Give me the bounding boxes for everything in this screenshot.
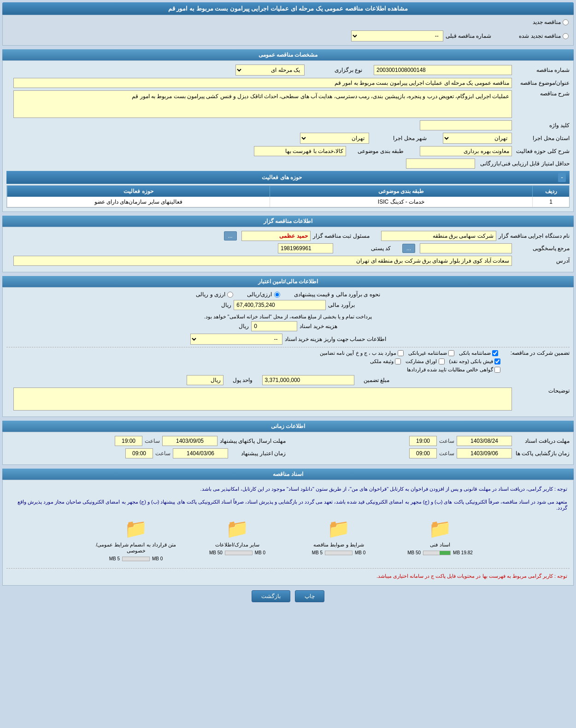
renew-tender-label: مناقصه تجدید شده bbox=[519, 33, 561, 39]
amount-input[interactable] bbox=[262, 375, 354, 385]
purchase-fee-input[interactable] bbox=[251, 321, 297, 331]
subject-input[interactable]: مناقصه عمومی یک مرحله ای عملیات اجرایی پ… bbox=[13, 78, 512, 88]
non-bank-guarantee-check[interactable] bbox=[448, 350, 454, 356]
bank-guarantee-check[interactable] bbox=[492, 350, 498, 356]
send-time-unit: ساعت bbox=[145, 438, 160, 444]
receive-deadline-date[interactable] bbox=[457, 436, 512, 446]
validity-date[interactable] bbox=[173, 448, 228, 458]
col-row: ردیف bbox=[532, 186, 569, 197]
file-progress-3: 0 MB 50 MB bbox=[209, 550, 265, 555]
tender-number-input[interactable]: 2003001008000148 bbox=[374, 65, 512, 75]
min-score-label: حداقل امتیاز قابل ارزیابی فنی/بازرگانی bbox=[477, 160, 570, 167]
postal-label: کد پستی bbox=[335, 245, 391, 252]
renew-tender-option[interactable]: مناقصه تجدید شده bbox=[519, 33, 569, 39]
activity-area-input[interactable] bbox=[420, 146, 512, 156]
row-area: فعالیتهای سایر سازمان‌های دارای عضو bbox=[7, 197, 270, 207]
response-input[interactable] bbox=[420, 243, 512, 253]
city-select[interactable]: تهران bbox=[300, 133, 369, 144]
send-deadline-date[interactable] bbox=[162, 436, 217, 446]
keyword-input[interactable] bbox=[420, 120, 512, 130]
file-icon-1: 📁 bbox=[429, 518, 452, 540]
financial-type-label: نحوه ی برآورد مالی و قیمت پیشنهادی bbox=[294, 291, 380, 298]
back-button[interactable]: بازگشت bbox=[252, 590, 290, 602]
response-label: مرجع پاسخگویی bbox=[514, 245, 570, 252]
response-select-btn[interactable]: ... bbox=[402, 244, 415, 253]
estimate-input[interactable] bbox=[234, 300, 326, 310]
province-select[interactable]: تهران bbox=[443, 133, 512, 144]
type-rial2-option[interactable]: ارزی و ریالی bbox=[196, 291, 233, 298]
page-title: مشاهده اطلاعات مناقصه عمومی یک مرحله ای … bbox=[2, 2, 574, 15]
print-button[interactable]: چاپ bbox=[295, 590, 324, 602]
shares-check[interactable] bbox=[439, 358, 445, 364]
send-deadline-label: مهلت ارسال پاکتهای پیشنهاد bbox=[220, 438, 286, 444]
new-tender-radio[interactable] bbox=[563, 19, 569, 25]
general-section-title: مشخصات مناقصه عمومی bbox=[2, 49, 574, 60]
certified-claims-option[interactable]: گواهی خالص مطالبات تایید شده قراردادها bbox=[407, 367, 500, 373]
renew-tender-radio[interactable] bbox=[563, 33, 569, 39]
doc-notice3: توجه : کاربر گرامی مربوط به فهرست بها در… bbox=[6, 571, 570, 581]
bank-info-select[interactable]: -- bbox=[190, 334, 282, 345]
tender-number-label: شماره مناقصه bbox=[514, 67, 570, 73]
postal-input[interactable] bbox=[278, 243, 333, 253]
unit-input[interactable] bbox=[187, 375, 223, 385]
open-time-unit: ساعت bbox=[439, 450, 454, 457]
bank-check-option[interactable]: فیش بانکی (وجه نقد) bbox=[449, 358, 501, 364]
letter-guarantee-check[interactable] bbox=[398, 350, 404, 356]
file-item-4[interactable]: 📁 متن قرارداد به انضمام شرایط عمومی/خصوص… bbox=[90, 518, 182, 561]
type-rial-radio[interactable] bbox=[274, 292, 280, 298]
purchase-fee-unit: ریال bbox=[239, 323, 249, 329]
official-label: مسئول ثبت مناقصه گزار bbox=[313, 233, 370, 239]
file-item-1[interactable]: 📁 اسناد فنی 19.82 MB 50 MB bbox=[394, 518, 486, 561]
new-tender-option[interactable]: مناقصه جدید bbox=[533, 19, 569, 25]
send-deadline-time[interactable] bbox=[115, 436, 142, 446]
file-name-2: شرایط و ضوابط مناقصه bbox=[313, 542, 364, 548]
financial-note: پرداخت تمام و یا بخشی از مبلغ مناقصه، از… bbox=[6, 312, 570, 321]
file-name-3: سایر مدارک/اطلاعات bbox=[215, 542, 259, 548]
button-row: چاپ بازگشت bbox=[2, 586, 574, 607]
description-textarea2[interactable] bbox=[13, 387, 512, 411]
type-select[interactable]: یک مرحله ای bbox=[235, 65, 305, 76]
national-property-check[interactable] bbox=[395, 358, 401, 364]
file-item-2[interactable]: 📁 شرایط و ضوابط مناقصه 0 MB 5 MB bbox=[293, 518, 385, 561]
file-icon-2: 📁 bbox=[327, 518, 350, 540]
prev-tender-select[interactable]: -- bbox=[351, 30, 443, 41]
type-rial-option[interactable]: ارزی/ریالی bbox=[247, 291, 280, 298]
description-textarea[interactable]: عملیات اجرایی ابزوگام، تعویض درب و پنجره… bbox=[13, 90, 512, 118]
keyword-label: کلید واژه bbox=[514, 122, 570, 129]
bank-guarantee-option[interactable]: ضمانتنامه بانکی bbox=[459, 350, 498, 356]
doc-notice2: متعهد می شود در اسناد مناقصه، صرفاً الکت… bbox=[6, 497, 570, 513]
non-bank-guarantee-option[interactable]: ضمانتنامه غیربانکی bbox=[408, 350, 454, 356]
open-date-date[interactable] bbox=[457, 448, 512, 458]
bank-check-check[interactable] bbox=[494, 358, 500, 364]
receive-deadline-time[interactable] bbox=[409, 436, 437, 446]
prev-tender-label: شماره مناقصه قبلی bbox=[446, 33, 492, 39]
validity-time[interactable] bbox=[125, 448, 153, 458]
type-label: نوع برگزاری bbox=[307, 67, 362, 73]
open-date-time[interactable] bbox=[409, 448, 437, 458]
file-name-1: اسناد فنی bbox=[430, 542, 450, 548]
province-label: استان محل اجرا bbox=[514, 135, 570, 141]
org-name-input[interactable] bbox=[381, 231, 496, 241]
activity-table-toggle[interactable]: - bbox=[558, 173, 566, 182]
shares-option[interactable]: اوراق مشارکت bbox=[406, 358, 444, 364]
activity-table-title: حوزه های فعالیت bbox=[10, 174, 553, 181]
category-input[interactable] bbox=[254, 146, 346, 156]
min-score-input[interactable] bbox=[406, 159, 475, 169]
file-section: 📁 اسناد فنی 19.82 MB 50 MB 📁 شرایط و ضوا… bbox=[6, 513, 570, 566]
letter-guarantee-option[interactable]: موارد بند ب ، ج و خ آیین نامه تضامین bbox=[320, 350, 404, 356]
description-label: شرح مناقصه bbox=[514, 90, 570, 97]
type-rial2-radio[interactable] bbox=[227, 292, 233, 298]
file-item-3[interactable]: 📁 سایر مدارک/اطلاعات 0 MB 50 MB bbox=[191, 518, 283, 561]
amount-label: مبلغ تضمین bbox=[364, 377, 389, 383]
open-date-label: زمان بازگشایی پاکت ها bbox=[514, 450, 570, 457]
time-info-title: اطلاعات زمانی bbox=[2, 421, 574, 432]
certified-claims-check[interactable] bbox=[494, 367, 500, 373]
official-select-btn[interactable]: ... bbox=[224, 231, 237, 241]
doc-notice1: توجه : کاربر گرامی، دریافت اسناد در مهلت… bbox=[6, 484, 570, 494]
official-input[interactable] bbox=[241, 231, 311, 241]
bank-info-label: اطلاعات حساب جهت واریز هزینه خرید اسناد bbox=[285, 336, 386, 342]
address-input[interactable] bbox=[13, 256, 512, 266]
col-area: حوزه فعالیت bbox=[7, 186, 270, 197]
file-progress-4: 0 MB 5 MB bbox=[109, 556, 163, 561]
national-property-option[interactable]: وثیقه ملکی bbox=[370, 358, 401, 364]
